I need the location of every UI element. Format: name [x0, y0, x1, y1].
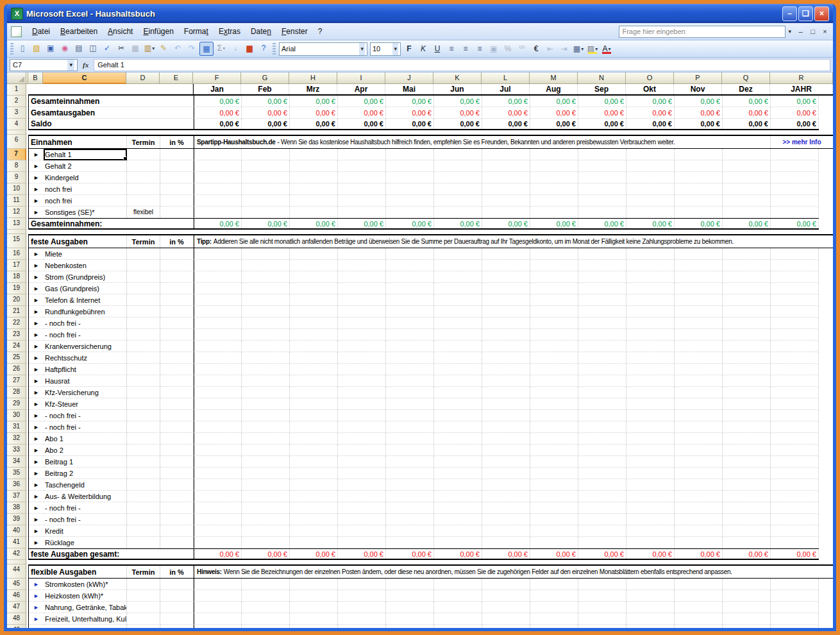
cell-M10[interactable]: [530, 183, 578, 195]
cell-F1[interactable]: Jan: [193, 84, 241, 94]
cell-H37[interactable]: [290, 491, 338, 502]
cell-I34[interactable]: [338, 456, 386, 468]
cell-K47[interactable]: [434, 602, 482, 613]
row-header-21[interactable]: 21: [7, 306, 26, 318]
cell-D28[interactable]: [127, 387, 160, 398]
cell-C39[interactable]: - noch frei -: [44, 514, 127, 525]
cell-K49[interactable]: [434, 625, 482, 628]
cell-N28[interactable]: [578, 387, 626, 398]
cell-P21[interactable]: [675, 306, 723, 318]
cell-E6[interactable]: in %: [160, 136, 194, 148]
cell-O17[interactable]: [626, 260, 675, 271]
cell-E29[interactable]: [160, 398, 194, 410]
cell-K10[interactable]: [434, 183, 482, 195]
cell-O32[interactable]: [626, 433, 675, 444]
cell-I10[interactable]: [338, 183, 386, 195]
cell-M18[interactable]: [530, 271, 578, 283]
cell-I32[interactable]: [338, 433, 386, 444]
cell-C28[interactable]: Kfz-Versicherung: [44, 387, 127, 398]
col-header-H[interactable]: H: [289, 72, 337, 84]
cell-J38[interactable]: [386, 502, 434, 514]
toolbar-borders-button[interactable]: ▦▾: [572, 42, 585, 55]
toolbar-open-button[interactable]: ▨: [30, 42, 43, 55]
cell-D49[interactable]: [127, 625, 160, 628]
cell-K22[interactable]: [434, 318, 482, 329]
cell-K3[interactable]: 0,00 €: [434, 107, 482, 119]
cell-J18[interactable]: [386, 271, 434, 283]
cell-C19[interactable]: Gas (Grundpreis): [44, 283, 127, 294]
cell-J45[interactable]: [386, 579, 434, 590]
cell-E33[interactable]: [160, 444, 194, 456]
toolbar-decrease-indent-button[interactable]: ⇤: [544, 42, 557, 55]
cell-H8[interactable]: [290, 160, 338, 172]
col-header-B[interactable]: B: [28, 72, 43, 84]
cell-I30[interactable]: [338, 410, 386, 421]
cell-D18[interactable]: [127, 271, 160, 283]
cell-K21[interactable]: [434, 306, 482, 318]
cell-J33[interactable]: [386, 444, 434, 456]
cell-I22[interactable]: [338, 318, 386, 329]
row-header-44[interactable]: 44: [7, 564, 26, 579]
cell-F26[interactable]: [194, 364, 242, 375]
cell-E46[interactable]: [160, 590, 194, 602]
cell-G35[interactable]: [242, 468, 290, 479]
cell-M31[interactable]: [530, 421, 578, 433]
cell-I46[interactable]: [338, 590, 386, 602]
cell-C45[interactable]: Stromkosten (kWh)*: [44, 579, 127, 590]
cell-F29[interactable]: [194, 398, 242, 410]
font-size-select[interactable]: 10 ▾: [370, 42, 401, 56]
cell-G12[interactable]: [242, 207, 290, 218]
row-header-5[interactable]: [7, 130, 26, 135]
cell-M40[interactable]: [530, 525, 578, 537]
cell-Q9[interactable]: [723, 172, 771, 183]
cell-J1[interactable]: Mai: [385, 84, 433, 94]
cell-A43[interactable]: [26, 560, 28, 564]
cell-F49[interactable]: [194, 625, 242, 628]
cell-P36[interactable]: [675, 479, 723, 491]
cell-E45[interactable]: [160, 579, 194, 590]
cell-I40[interactable]: [338, 525, 386, 537]
cell-M9[interactable]: [530, 172, 578, 183]
cell-H2[interactable]: 0,00 €: [290, 96, 338, 107]
cell-E10[interactable]: [160, 183, 194, 195]
cell-F21[interactable]: [194, 306, 242, 318]
cell-I17[interactable]: [338, 260, 386, 271]
cell-L4[interactable]: 0,00 €: [482, 119, 530, 129]
cell-M13[interactable]: 0,00 €: [530, 219, 578, 228]
row-header-33[interactable]: 33: [7, 444, 26, 456]
cell-L27[interactable]: [482, 375, 530, 387]
cell-M29[interactable]: [530, 398, 578, 410]
workbook-restore-button[interactable]: □: [807, 26, 818, 37]
cell-K37[interactable]: [434, 491, 482, 502]
cell-N9[interactable]: [578, 172, 626, 183]
menu-item-format[interactable]: Format: [179, 24, 214, 38]
cell-N21[interactable]: [578, 306, 626, 318]
row-header-3[interactable]: 3: [7, 107, 26, 119]
cell-E41[interactable]: [160, 537, 194, 548]
cell-F28[interactable]: [194, 387, 242, 398]
cell-M34[interactable]: [530, 456, 578, 468]
maximize-button[interactable]: ❏: [798, 6, 813, 21]
cell-H16[interactable]: [290, 248, 338, 260]
cell-F36[interactable]: [194, 479, 242, 491]
cell-M45[interactable]: [530, 579, 578, 590]
cell-R39[interactable]: [771, 514, 819, 525]
menu-item-datei[interactable]: Datei: [27, 24, 55, 38]
cell-D45[interactable]: [127, 579, 160, 590]
row-header-20[interactable]: 20: [7, 294, 26, 306]
toolbar-increase-indent-button[interactable]: ⇥: [558, 42, 571, 55]
cell-R8[interactable]: [771, 160, 819, 172]
row-header-15[interactable]: 15: [7, 234, 26, 248]
cell-K45[interactable]: [434, 579, 482, 590]
cell-G30[interactable]: [242, 410, 290, 421]
cell-L42[interactable]: 0,00 €: [482, 549, 530, 559]
cell-E25[interactable]: [160, 352, 194, 364]
cell-H10[interactable]: [290, 183, 338, 195]
cell-E38[interactable]: [160, 502, 194, 514]
cell-F8[interactable]: [194, 160, 242, 172]
cell-F12[interactable]: [194, 207, 242, 218]
cell-J29[interactable]: [386, 398, 434, 410]
cell-R35[interactable]: [771, 468, 819, 479]
toolbar-redo-button[interactable]: ↷: [185, 42, 198, 55]
cell-L22[interactable]: [482, 318, 530, 329]
